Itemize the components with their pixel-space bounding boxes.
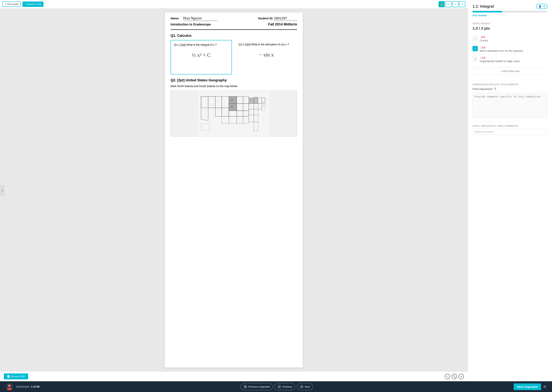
next-label: Next [305,385,310,388]
rubric-score-3: - 1.0 [480,56,547,59]
doc-page: Name: Hraa Nguyen Student ID: 2041297 In… [165,13,303,367]
rubric-num-1[interactable]: 1 [472,35,478,41]
cursor-icon: ☝ [440,3,443,6]
adjustments-label: SUBMISSION SPECIFIC ADJUSTMENTS [472,83,547,85]
close-tool-button[interactable]: ✕ [459,1,465,7]
next-icon: ▷ [300,385,304,389]
svg-rect-13 [249,98,254,104]
question-only-label: Question Only [27,3,41,6]
zoom-in-button[interactable]: + [458,374,464,379]
q1-title: Q1. Calculus [171,34,297,38]
rubric-detail-2: - 2.0 Minor calculation error for the ex… [480,46,547,52]
rubric-item-1: 1 - 0.0 Correct [472,34,547,44]
q2-description: Mark North Dakota and South Dakota on th… [171,84,297,88]
exam-name: Fall 2014 Midterm [268,22,297,26]
doc-toolbar: ⤢ Full screen ? Question Only ☝ ✏ ⤡ [0,0,468,9]
nav-center: ⊕ Previous Ungraded ◁ Previous ▷ Next [240,383,313,390]
prev-comments-section: APPLY PREVIOUSLY USED COMMENTS Select co… [472,125,547,135]
graders-count: +3 [542,5,545,8]
student-name: Hraa Nguyen [183,16,218,21]
course-name: Introduction to Gradescope [171,23,211,26]
prev-ungraded-button[interactable]: ⊕ Previous Ungraded [240,383,273,390]
fullscreen-icon: ⤢ [5,3,7,6]
rubric-item-2: 2 - 2.0 Minor calculation error for the … [472,44,547,54]
svg-point-42 [8,384,11,387]
map-container: ND SD [171,91,297,136]
q1-section: Q1. Calculus Q1.1 [3pt] What is the inte… [171,34,297,74]
point-adj-value[interactable]: 0 [494,87,502,91]
nav-right: Next Ungraded ⊞ [514,383,546,390]
nav-avatar [6,383,13,390]
q12-plain: Q1.2 [3pt] What is the derivative of cos… [236,40,297,74]
id-label: Student ID: [258,17,273,20]
grade-title-row: 1.1: Integral 👤 +3 [472,4,547,9]
zoom-controls: − 🔍 + [445,374,464,379]
rubric-num-3[interactable]: 3 [472,56,478,62]
adjustments-section: SUBMISSION SPECIFIC ADJUSTMENTS Point Ad… [472,83,547,119]
nav-grid-icon[interactable]: ⊞ [543,385,546,389]
q12-answer: − sin x [239,52,294,58]
toolbar-icon-group: ☝ ✏ ⤡ ✕ [439,1,465,7]
next-button[interactable]: ▷ Next [297,383,313,390]
total-points-value: 1.0 / 3 pts [472,26,547,31]
submission-current: 1 of 20 [31,385,39,388]
doc-title-row: Introduction to Gradescope Fall 2014 Mid… [171,22,297,26]
browse-pdf-label: Browse PDF [11,375,25,378]
q2-section: Q2. [2pt] United States Geography Mark N… [171,78,297,136]
rubric-detail-1: - 0.0 Correct [480,35,547,42]
doc-panel: ≡ ⤢ Full screen ? Question Only ☝ ✏ [0,0,468,381]
cursor-tool-button[interactable]: ☝ [439,1,445,7]
sub-question-grid: Q1.1 [3pt] What is the integral of x ? ½… [171,40,297,74]
rubric-num-2[interactable]: 2 [472,46,478,51]
q12-label: Q1.2 [3pt] What is the derivative of cos… [239,43,294,46]
q2-title: Q2. [2pt] United States Geography [171,78,297,82]
rubric-item-3: 3 - 1.0 Inappropriate handle for edge ca… [472,54,547,64]
point-adj-label: Point Adjustment [472,87,493,91]
graders-badge[interactable]: 👤 +3 [536,4,547,9]
browse-pdf-icon: 📄 [7,375,10,378]
add-rubric-button[interactable]: + Add Rubric Item [472,68,547,75]
prev-comments-label: APPLY PREVIOUSLY USED COMMENTS [472,125,547,127]
select-comments[interactable]: Select comments [472,129,547,135]
prev-label: Previous [282,385,292,388]
fullscreen-button[interactable]: ⤢ Full screen [2,1,21,7]
expand-tool-button[interactable]: ⤡ [452,1,458,7]
doc-name-row: Name: Hraa Nguyen Student ID: 2041297 [171,16,297,21]
grade-panel: 1.1: Integral 👤 +3 4/10 Graded TOTAL POI… [468,0,552,381]
nav-bar: Submission: 1 of 20 ⊕ Previous Ungraded … [0,381,552,392]
svg-text:ND: ND [231,99,233,101]
total-points-label: TOTAL POINTS [472,22,547,25]
avatar-image [6,383,13,390]
doc-divider [171,29,297,30]
rubric-desc-2: Minor calculation error for the exponent [480,49,547,52]
prev-ungraded-icon: ⊕ [243,385,247,389]
question-only-button[interactable]: ? Question Only [22,1,44,7]
content-area: ≡ ⤢ Full screen ? Question Only ☝ ✏ [0,0,552,381]
fullscreen-label: Full screen [7,3,19,6]
doc-header: Name: Hraa Nguyen Student ID: 2041297 In… [171,16,297,26]
grade-title: 1.1: Integral [472,4,494,9]
prev-button[interactable]: ◁ Previous [274,383,295,390]
next-ungraded-button[interactable]: Next Ungraded [514,383,541,390]
progress-bar-fill [472,11,502,13]
graded-label: 4/10 Graded [472,14,547,17]
q11-label: Q1.1 [3pt] What is the integral of x ? [174,43,229,46]
question-icon: ? [25,3,26,6]
svg-point-43 [9,385,9,386]
rubric-desc-3: Inappropriate handle for edge cases [480,60,547,63]
prev-icon: ◁ [277,385,281,389]
app-container: ≡ ⤢ Full screen ? Question Only ☝ ✏ [0,0,552,392]
grade-header: 1.1: Integral 👤 +3 4/10 Graded [468,0,552,22]
zoom-out-button[interactable]: − [445,374,450,379]
point-adj-row: Point Adjustment 0 [472,87,547,91]
sidebar-toggle[interactable]: ≡ [0,185,5,196]
doc-scroll[interactable]: Name: Hraa Nguyen Student ID: 2041297 In… [0,9,468,371]
svg-text:SD: SD [231,106,233,108]
comments-textarea[interactable] [472,93,547,118]
rubric-detail-3: - 1.0 Inappropriate handle for edge case… [480,56,547,63]
browse-pdf-button[interactable]: 📄 Browse PDF [4,373,28,379]
student-id: 2041297 [274,16,297,21]
rubric-score-1: - 0.0 [480,35,547,39]
pen-tool-button[interactable]: ✏ [445,1,451,7]
graders-icon: 👤 [538,5,541,8]
